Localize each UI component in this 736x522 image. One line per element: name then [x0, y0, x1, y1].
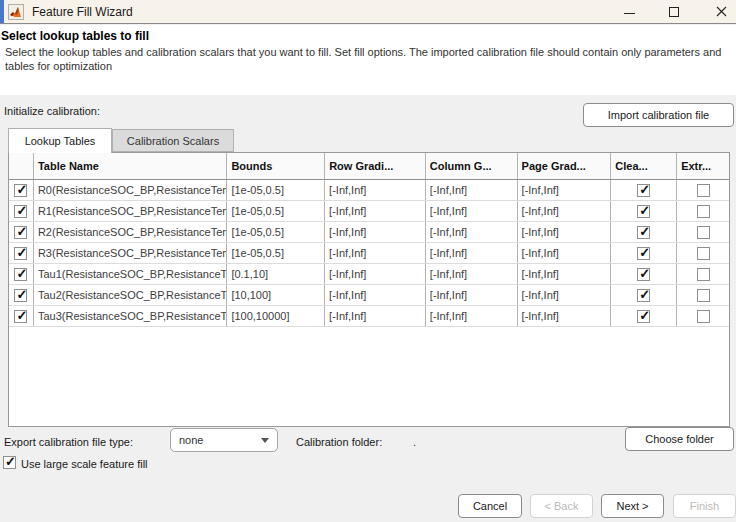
- column-header-select[interactable]: [9, 153, 34, 179]
- cell-row-gradient[interactable]: [-Inf,Inf]: [325, 285, 426, 305]
- cell-extrapolate: [677, 306, 729, 326]
- initialize-calibration-label: Initialize calibration:: [4, 105, 100, 117]
- cell-table-name[interactable]: R1(ResistanceSOC_BP,ResistanceTem: [34, 201, 227, 221]
- cell-table-name[interactable]: Tau1(ResistanceSOC_BP,ResistanceTe: [34, 264, 227, 284]
- cell-page-gradient[interactable]: [-Inf,Inf]: [518, 306, 612, 326]
- cell-column-gradient[interactable]: [-Inf,Inf]: [426, 285, 518, 305]
- export-type-dropdown[interactable]: none: [170, 428, 278, 452]
- cell-page-gradient[interactable]: [-Inf,Inf]: [518, 201, 612, 221]
- extrapolate-checkbox[interactable]: [697, 268, 710, 281]
- extrapolate-checkbox[interactable]: [697, 205, 710, 218]
- select-checkbox[interactable]: [14, 310, 27, 323]
- finish-button[interactable]: Finish: [673, 494, 736, 518]
- cell-table-name[interactable]: Tau2(ResistanceSOC_BP,ResistanceTe: [34, 285, 227, 305]
- extrapolate-checkbox[interactable]: [697, 289, 710, 302]
- column-header-bounds[interactable]: Bounds: [227, 153, 325, 179]
- column-header-table-name[interactable]: Table Name: [34, 153, 227, 179]
- cell-page-gradient[interactable]: [-Inf,Inf]: [518, 285, 612, 305]
- cell-row-gradient[interactable]: [-Inf,Inf]: [325, 222, 426, 242]
- cell-column-gradient[interactable]: [-Inf,Inf]: [426, 306, 518, 326]
- cell-table-name[interactable]: R3(ResistanceSOC_BP,ResistanceTem: [34, 243, 227, 263]
- maximize-button[interactable]: [657, 0, 691, 23]
- clear-checkbox[interactable]: [637, 184, 650, 197]
- tab-calibration-scalars[interactable]: Calibration Scalars: [112, 129, 234, 152]
- cell-clear: [611, 243, 677, 263]
- cell-bounds[interactable]: [10,100]: [227, 285, 325, 305]
- table-row: Tau3(ResistanceSOC_BP,ResistanceTe[100,1…: [9, 306, 729, 327]
- cell-bounds[interactable]: [1e-05,0.5]: [227, 201, 325, 221]
- select-checkbox[interactable]: [14, 184, 27, 197]
- extrapolate-checkbox[interactable]: [697, 226, 710, 239]
- table-body: R0(ResistanceSOC_BP,ResistanceTem[1e-05,…: [9, 180, 729, 327]
- clear-checkbox[interactable]: [637, 226, 650, 239]
- cell-table-name[interactable]: R2(ResistanceSOC_BP,ResistanceTem: [34, 222, 227, 242]
- next-button[interactable]: Next >: [601, 494, 664, 518]
- cell-column-gradient[interactable]: [-Inf,Inf]: [426, 180, 518, 200]
- column-header-page-gradient[interactable]: Page Grad...: [518, 153, 612, 179]
- export-type-dropdown-value: none: [179, 434, 261, 446]
- select-checkbox[interactable]: [14, 247, 27, 260]
- chevron-down-icon: [261, 438, 269, 443]
- clear-checkbox[interactable]: [637, 310, 650, 323]
- cell-row-gradient[interactable]: [-Inf,Inf]: [325, 180, 426, 200]
- tab-lookup-tables[interactable]: Lookup Tables: [8, 128, 112, 153]
- cell-row-gradient[interactable]: [-Inf,Inf]: [325, 201, 426, 221]
- cell-column-gradient[interactable]: [-Inf,Inf]: [426, 243, 518, 263]
- column-header-column-gradient[interactable]: Column G...: [426, 153, 518, 179]
- use-large-scale-checkbox[interactable]: [3, 456, 16, 469]
- cell-clear: [611, 264, 677, 284]
- column-header-extrapolate[interactable]: Extr...: [677, 153, 729, 179]
- lookup-tables-table: Table NameBoundsRow Gradi...Column G...P…: [8, 152, 730, 427]
- select-checkbox[interactable]: [14, 205, 27, 218]
- column-header-row-gradient[interactable]: Row Gradi...: [325, 153, 426, 179]
- cell-row-gradient[interactable]: [-Inf,Inf]: [325, 243, 426, 263]
- column-header-clear[interactable]: Clea...: [611, 153, 677, 179]
- maximize-icon: [669, 7, 679, 17]
- table-row: Tau1(ResistanceSOC_BP,ResistanceTe[0.1,1…: [9, 264, 729, 285]
- cell-select: [9, 180, 34, 200]
- back-button[interactable]: < Back: [530, 494, 593, 518]
- select-checkbox[interactable]: [14, 268, 27, 281]
- cell-column-gradient[interactable]: [-Inf,Inf]: [426, 201, 518, 221]
- cell-row-gradient[interactable]: [-Inf,Inf]: [325, 264, 426, 284]
- extrapolate-checkbox[interactable]: [697, 310, 710, 323]
- cell-select: [9, 306, 34, 326]
- clear-checkbox[interactable]: [637, 268, 650, 281]
- clear-checkbox[interactable]: [637, 247, 650, 260]
- cell-bounds[interactable]: [100,10000]: [227, 306, 325, 326]
- cell-bounds[interactable]: [1e-05,0.5]: [227, 243, 325, 263]
- cell-row-gradient[interactable]: [-Inf,Inf]: [325, 306, 426, 326]
- cell-page-gradient[interactable]: [-Inf,Inf]: [518, 264, 612, 284]
- cancel-button[interactable]: Cancel: [458, 494, 522, 518]
- minimize-button[interactable]: [612, 0, 646, 23]
- cell-clear: [611, 201, 677, 221]
- cell-column-gradient[interactable]: [-Inf,Inf]: [426, 264, 518, 284]
- cell-table-name[interactable]: Tau3(ResistanceSOC_BP,ResistanceTe: [34, 306, 227, 326]
- cell-select: [9, 243, 34, 263]
- select-checkbox[interactable]: [14, 226, 27, 239]
- extrapolate-checkbox[interactable]: [697, 184, 710, 197]
- cell-clear: [611, 222, 677, 242]
- cell-page-gradient[interactable]: [-Inf,Inf]: [518, 180, 612, 200]
- page-description: Select the lookup tables and calibration…: [5, 45, 736, 73]
- clear-checkbox[interactable]: [637, 205, 650, 218]
- cell-select: [9, 201, 34, 221]
- cell-bounds[interactable]: [1e-05,0.5]: [227, 180, 325, 200]
- extrapolate-checkbox[interactable]: [697, 247, 710, 260]
- cell-bounds[interactable]: [1e-05,0.5]: [227, 222, 325, 242]
- close-button[interactable]: [704, 0, 736, 23]
- select-checkbox[interactable]: [14, 289, 27, 302]
- cell-extrapolate: [677, 180, 729, 200]
- calibration-folder-value: .: [413, 436, 416, 448]
- import-calibration-file-button[interactable]: Import calibration file: [583, 103, 734, 127]
- choose-folder-button[interactable]: Choose folder: [625, 427, 734, 451]
- table-row: R1(ResistanceSOC_BP,ResistanceTem[1e-05,…: [9, 201, 729, 222]
- cell-table-name[interactable]: R0(ResistanceSOC_BP,ResistanceTem: [34, 180, 227, 200]
- cell-select: [9, 285, 34, 305]
- clear-checkbox[interactable]: [637, 289, 650, 302]
- cell-column-gradient[interactable]: [-Inf,Inf]: [426, 222, 518, 242]
- cell-page-gradient[interactable]: [-Inf,Inf]: [518, 222, 612, 242]
- table-row: R3(ResistanceSOC_BP,ResistanceTem[1e-05,…: [9, 243, 729, 264]
- cell-bounds[interactable]: [0.1,10]: [227, 264, 325, 284]
- cell-page-gradient[interactable]: [-Inf,Inf]: [518, 243, 612, 263]
